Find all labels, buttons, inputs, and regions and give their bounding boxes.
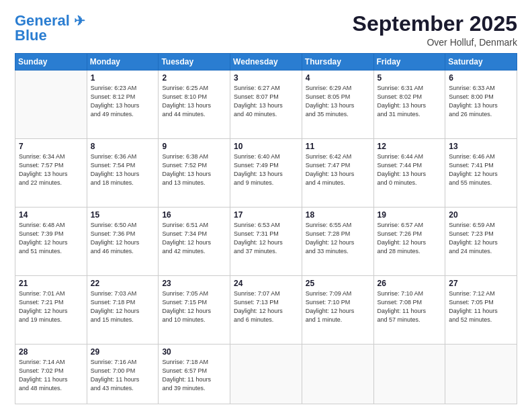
title-block: September 2025 Over Holluf, Denmark	[353, 12, 517, 48]
day-number: 5	[378, 73, 442, 83]
day-number: 7	[19, 142, 83, 151]
day-info: Sunrise: 6:51 AM Sunset: 7:34 PM Dayligh…	[162, 221, 226, 256]
table-row: 21Sunrise: 7:01 AM Sunset: 7:21 PM Dayli…	[15, 275, 87, 344]
day-info: Sunrise: 6:40 AM Sunset: 7:49 PM Dayligh…	[234, 152, 298, 187]
day-info: Sunrise: 6:57 AM Sunset: 7:26 PM Dayligh…	[378, 221, 442, 256]
page: General ✈ Blue September 2025 Over Hollu…	[0, 0, 532, 411]
table-row: 28Sunrise: 7:14 AM Sunset: 7:02 PM Dayli…	[15, 344, 87, 404]
table-row	[445, 344, 517, 404]
table-row: 11Sunrise: 6:42 AM Sunset: 7:47 PM Dayli…	[302, 139, 373, 208]
logo-bird-icon: ✈	[74, 13, 85, 28]
day-number: 29	[91, 347, 155, 357]
table-row: 7Sunrise: 6:34 AM Sunset: 7:57 PM Daylig…	[15, 139, 87, 208]
table-row: 9Sunrise: 6:38 AM Sunset: 7:52 PM Daylig…	[159, 139, 230, 208]
day-number: 23	[162, 279, 226, 288]
day-number: 2	[162, 73, 226, 83]
col-friday: Friday	[373, 54, 445, 71]
day-info: Sunrise: 6:29 AM Sunset: 8:05 PM Dayligh…	[306, 84, 370, 119]
day-info: Sunrise: 6:31 AM Sunset: 8:02 PM Dayligh…	[378, 84, 442, 119]
location: Over Holluf, Denmark	[353, 37, 517, 48]
col-thursday: Thursday	[302, 54, 373, 71]
day-number: 12	[378, 142, 442, 151]
table-row: 23Sunrise: 7:05 AM Sunset: 7:15 PM Dayli…	[159, 275, 230, 344]
day-number: 30	[162, 347, 226, 357]
day-number: 1	[91, 73, 155, 83]
day-info: Sunrise: 6:46 AM Sunset: 7:41 PM Dayligh…	[449, 152, 513, 187]
day-number: 9	[162, 142, 226, 151]
day-info: Sunrise: 7:05 AM Sunset: 7:15 PM Dayligh…	[162, 289, 226, 324]
table-row: 24Sunrise: 7:07 AM Sunset: 7:13 PM Dayli…	[230, 275, 302, 344]
day-info: Sunrise: 6:50 AM Sunset: 7:36 PM Dayligh…	[91, 221, 155, 256]
month-title: September 2025	[353, 12, 517, 36]
day-number: 17	[234, 210, 298, 220]
day-info: Sunrise: 7:10 AM Sunset: 7:08 PM Dayligh…	[378, 289, 442, 324]
col-sunday: Sunday	[15, 54, 87, 71]
day-info: Sunrise: 6:42 AM Sunset: 7:47 PM Dayligh…	[306, 152, 370, 187]
table-row: 29Sunrise: 7:16 AM Sunset: 7:00 PM Dayli…	[87, 344, 159, 404]
day-number: 6	[449, 73, 513, 83]
table-row: 14Sunrise: 6:48 AM Sunset: 7:39 PM Dayli…	[15, 207, 87, 275]
calendar-table: Sunday Monday Tuesday Wednesday Thursday…	[15, 53, 517, 404]
day-number: 15	[91, 210, 155, 220]
table-row: 1Sunrise: 6:23 AM Sunset: 8:12 PM Daylig…	[87, 71, 159, 139]
table-row: 5Sunrise: 6:31 AM Sunset: 8:02 PM Daylig…	[373, 71, 445, 139]
table-row: 15Sunrise: 6:50 AM Sunset: 7:36 PM Dayli…	[87, 207, 159, 275]
day-number: 3	[234, 73, 298, 83]
day-number: 21	[19, 279, 83, 288]
day-info: Sunrise: 6:59 AM Sunset: 7:23 PM Dayligh…	[449, 221, 513, 256]
day-number: 18	[306, 210, 370, 220]
table-row: 20Sunrise: 6:59 AM Sunset: 7:23 PM Dayli…	[445, 207, 517, 275]
day-number: 11	[306, 142, 370, 151]
day-info: Sunrise: 6:36 AM Sunset: 7:54 PM Dayligh…	[91, 152, 155, 187]
table-row: 12Sunrise: 6:44 AM Sunset: 7:44 PM Dayli…	[373, 139, 445, 208]
day-number: 20	[449, 210, 513, 220]
header: General ✈ Blue September 2025 Over Hollu…	[15, 12, 517, 48]
table-row: 3Sunrise: 6:27 AM Sunset: 8:07 PM Daylig…	[230, 71, 302, 139]
col-monday: Monday	[87, 54, 159, 71]
day-number: 25	[306, 279, 370, 288]
day-number: 19	[378, 210, 442, 220]
day-info: Sunrise: 7:14 AM Sunset: 7:02 PM Dayligh…	[19, 358, 83, 393]
day-info: Sunrise: 6:34 AM Sunset: 7:57 PM Dayligh…	[19, 152, 83, 187]
day-number: 8	[91, 142, 155, 151]
col-wednesday: Wednesday	[230, 54, 302, 71]
table-row: 30Sunrise: 7:18 AM Sunset: 6:57 PM Dayli…	[159, 344, 230, 404]
table-row: 10Sunrise: 6:40 AM Sunset: 7:49 PM Dayli…	[230, 139, 302, 208]
table-row: 13Sunrise: 6:46 AM Sunset: 7:41 PM Dayli…	[445, 139, 517, 208]
calendar-body: 1Sunrise: 6:23 AM Sunset: 8:12 PM Daylig…	[15, 71, 517, 404]
day-info: Sunrise: 7:07 AM Sunset: 7:13 PM Dayligh…	[234, 289, 298, 324]
col-saturday: Saturday	[445, 54, 517, 71]
day-info: Sunrise: 6:55 AM Sunset: 7:28 PM Dayligh…	[306, 221, 370, 256]
day-number: 4	[306, 73, 370, 83]
table-row: 19Sunrise: 6:57 AM Sunset: 7:26 PM Dayli…	[373, 207, 445, 275]
table-row: 4Sunrise: 6:29 AM Sunset: 8:05 PM Daylig…	[302, 71, 373, 139]
day-info: Sunrise: 6:38 AM Sunset: 7:52 PM Dayligh…	[162, 152, 226, 187]
table-row	[230, 344, 302, 404]
day-number: 13	[449, 142, 513, 151]
calendar-header-row: Sunday Monday Tuesday Wednesday Thursday…	[15, 54, 517, 71]
table-row	[373, 344, 445, 404]
table-row: 16Sunrise: 6:51 AM Sunset: 7:34 PM Dayli…	[159, 207, 230, 275]
day-number: 28	[19, 347, 83, 357]
day-number: 26	[378, 279, 442, 288]
day-number: 27	[449, 279, 513, 288]
day-info: Sunrise: 6:27 AM Sunset: 8:07 PM Dayligh…	[234, 84, 298, 119]
col-tuesday: Tuesday	[159, 54, 230, 71]
day-info: Sunrise: 6:48 AM Sunset: 7:39 PM Dayligh…	[19, 221, 83, 256]
day-info: Sunrise: 6:53 AM Sunset: 7:31 PM Dayligh…	[234, 221, 298, 256]
day-info: Sunrise: 7:16 AM Sunset: 7:00 PM Dayligh…	[91, 358, 155, 393]
table-row: 26Sunrise: 7:10 AM Sunset: 7:08 PM Dayli…	[373, 275, 445, 344]
logo-blue: Blue	[15, 27, 47, 44]
day-info: Sunrise: 7:03 AM Sunset: 7:18 PM Dayligh…	[91, 289, 155, 324]
day-number: 14	[19, 210, 83, 220]
day-info: Sunrise: 7:18 AM Sunset: 6:57 PM Dayligh…	[162, 358, 226, 393]
day-info: Sunrise: 6:44 AM Sunset: 7:44 PM Dayligh…	[378, 152, 442, 187]
day-number: 24	[234, 279, 298, 288]
day-info: Sunrise: 7:09 AM Sunset: 7:10 PM Dayligh…	[306, 289, 370, 324]
logo: General ✈ Blue	[15, 12, 85, 44]
day-info: Sunrise: 7:12 AM Sunset: 7:05 PM Dayligh…	[449, 289, 513, 324]
table-row: 27Sunrise: 7:12 AM Sunset: 7:05 PM Dayli…	[445, 275, 517, 344]
table-row: 8Sunrise: 6:36 AM Sunset: 7:54 PM Daylig…	[87, 139, 159, 208]
table-row	[302, 344, 373, 404]
day-number: 16	[162, 210, 226, 220]
